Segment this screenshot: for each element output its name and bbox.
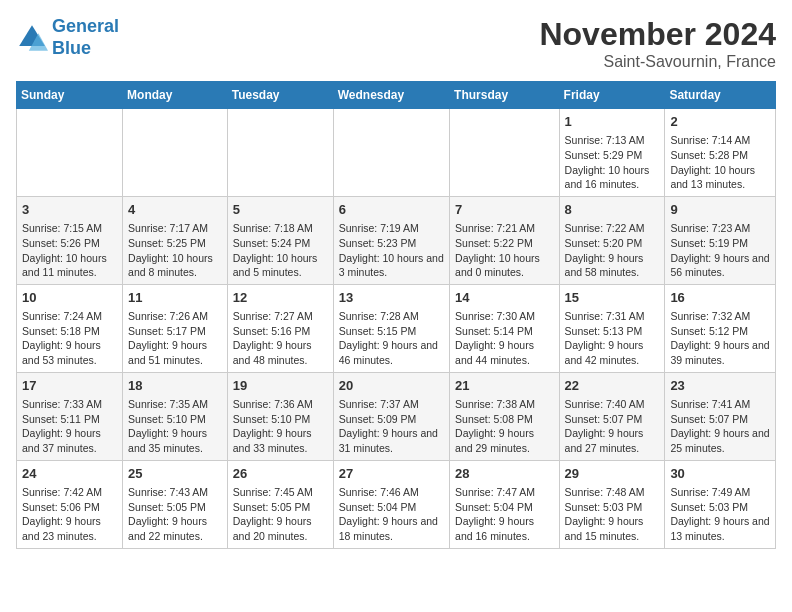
day-number: 25 (128, 465, 222, 483)
calendar-week-2: 3Sunrise: 7:15 AM Sunset: 5:26 PM Daylig… (17, 196, 776, 284)
day-info: Sunrise: 7:14 AM Sunset: 5:28 PM Dayligh… (670, 133, 770, 192)
day-number: 11 (128, 289, 222, 307)
calendar-cell: 5Sunrise: 7:18 AM Sunset: 5:24 PM Daylig… (227, 196, 333, 284)
day-info: Sunrise: 7:37 AM Sunset: 5:09 PM Dayligh… (339, 397, 444, 456)
day-number: 21 (455, 377, 553, 395)
calendar-header-row: SundayMondayTuesdayWednesdayThursdayFrid… (17, 82, 776, 109)
weekday-header-saturday: Saturday (665, 82, 776, 109)
day-number: 4 (128, 201, 222, 219)
month-title: November 2024 (539, 16, 776, 53)
calendar-cell: 6Sunrise: 7:19 AM Sunset: 5:23 PM Daylig… (333, 196, 449, 284)
day-number: 29 (565, 465, 660, 483)
calendar-week-5: 24Sunrise: 7:42 AM Sunset: 5:06 PM Dayli… (17, 460, 776, 548)
day-number: 13 (339, 289, 444, 307)
day-number: 26 (233, 465, 328, 483)
day-info: Sunrise: 7:22 AM Sunset: 5:20 PM Dayligh… (565, 221, 660, 280)
day-info: Sunrise: 7:41 AM Sunset: 5:07 PM Dayligh… (670, 397, 770, 456)
day-number: 16 (670, 289, 770, 307)
day-number: 24 (22, 465, 117, 483)
calendar-cell: 12Sunrise: 7:27 AM Sunset: 5:16 PM Dayli… (227, 284, 333, 372)
weekday-header-thursday: Thursday (450, 82, 559, 109)
day-info: Sunrise: 7:43 AM Sunset: 5:05 PM Dayligh… (128, 485, 222, 544)
calendar-cell: 11Sunrise: 7:26 AM Sunset: 5:17 PM Dayli… (123, 284, 228, 372)
calendar-cell: 22Sunrise: 7:40 AM Sunset: 5:07 PM Dayli… (559, 372, 665, 460)
calendar-cell: 21Sunrise: 7:38 AM Sunset: 5:08 PM Dayli… (450, 372, 559, 460)
day-number: 5 (233, 201, 328, 219)
day-number: 2 (670, 113, 770, 131)
location-title: Saint-Savournin, France (539, 53, 776, 71)
day-number: 20 (339, 377, 444, 395)
day-info: Sunrise: 7:28 AM Sunset: 5:15 PM Dayligh… (339, 309, 444, 368)
calendar-cell: 25Sunrise: 7:43 AM Sunset: 5:05 PM Dayli… (123, 460, 228, 548)
logo-line2: Blue (52, 38, 91, 58)
day-number: 23 (670, 377, 770, 395)
logo-line1: General (52, 16, 119, 36)
calendar-cell: 4Sunrise: 7:17 AM Sunset: 5:25 PM Daylig… (123, 196, 228, 284)
calendar-cell: 17Sunrise: 7:33 AM Sunset: 5:11 PM Dayli… (17, 372, 123, 460)
weekday-header-tuesday: Tuesday (227, 82, 333, 109)
calendar-cell: 16Sunrise: 7:32 AM Sunset: 5:12 PM Dayli… (665, 284, 776, 372)
day-info: Sunrise: 7:31 AM Sunset: 5:13 PM Dayligh… (565, 309, 660, 368)
calendar-cell: 29Sunrise: 7:48 AM Sunset: 5:03 PM Dayli… (559, 460, 665, 548)
weekday-header-sunday: Sunday (17, 82, 123, 109)
calendar-cell: 20Sunrise: 7:37 AM Sunset: 5:09 PM Dayli… (333, 372, 449, 460)
day-info: Sunrise: 7:47 AM Sunset: 5:04 PM Dayligh… (455, 485, 553, 544)
calendar-cell: 15Sunrise: 7:31 AM Sunset: 5:13 PM Dayli… (559, 284, 665, 372)
day-info: Sunrise: 7:33 AM Sunset: 5:11 PM Dayligh… (22, 397, 117, 456)
day-info: Sunrise: 7:36 AM Sunset: 5:10 PM Dayligh… (233, 397, 328, 456)
weekday-header-wednesday: Wednesday (333, 82, 449, 109)
calendar-week-3: 10Sunrise: 7:24 AM Sunset: 5:18 PM Dayli… (17, 284, 776, 372)
calendar-cell: 2Sunrise: 7:14 AM Sunset: 5:28 PM Daylig… (665, 109, 776, 197)
day-info: Sunrise: 7:17 AM Sunset: 5:25 PM Dayligh… (128, 221, 222, 280)
day-info: Sunrise: 7:40 AM Sunset: 5:07 PM Dayligh… (565, 397, 660, 456)
day-number: 22 (565, 377, 660, 395)
calendar-cell: 18Sunrise: 7:35 AM Sunset: 5:10 PM Dayli… (123, 372, 228, 460)
day-number: 14 (455, 289, 553, 307)
weekday-header-friday: Friday (559, 82, 665, 109)
calendar-cell: 23Sunrise: 7:41 AM Sunset: 5:07 PM Dayli… (665, 372, 776, 460)
calendar-week-4: 17Sunrise: 7:33 AM Sunset: 5:11 PM Dayli… (17, 372, 776, 460)
calendar-cell (333, 109, 449, 197)
calendar-cell: 9Sunrise: 7:23 AM Sunset: 5:19 PM Daylig… (665, 196, 776, 284)
day-info: Sunrise: 7:26 AM Sunset: 5:17 PM Dayligh… (128, 309, 222, 368)
calendar-cell: 24Sunrise: 7:42 AM Sunset: 5:06 PM Dayli… (17, 460, 123, 548)
day-number: 28 (455, 465, 553, 483)
calendar-week-1: 1Sunrise: 7:13 AM Sunset: 5:29 PM Daylig… (17, 109, 776, 197)
calendar-cell (17, 109, 123, 197)
day-info: Sunrise: 7:19 AM Sunset: 5:23 PM Dayligh… (339, 221, 444, 280)
day-number: 10 (22, 289, 117, 307)
day-number: 1 (565, 113, 660, 131)
calendar-cell: 26Sunrise: 7:45 AM Sunset: 5:05 PM Dayli… (227, 460, 333, 548)
day-info: Sunrise: 7:42 AM Sunset: 5:06 PM Dayligh… (22, 485, 117, 544)
calendar-cell: 14Sunrise: 7:30 AM Sunset: 5:14 PM Dayli… (450, 284, 559, 372)
calendar-cell: 8Sunrise: 7:22 AM Sunset: 5:20 PM Daylig… (559, 196, 665, 284)
day-number: 3 (22, 201, 117, 219)
day-info: Sunrise: 7:46 AM Sunset: 5:04 PM Dayligh… (339, 485, 444, 544)
day-info: Sunrise: 7:30 AM Sunset: 5:14 PM Dayligh… (455, 309, 553, 368)
calendar-cell: 19Sunrise: 7:36 AM Sunset: 5:10 PM Dayli… (227, 372, 333, 460)
day-info: Sunrise: 7:18 AM Sunset: 5:24 PM Dayligh… (233, 221, 328, 280)
day-info: Sunrise: 7:21 AM Sunset: 5:22 PM Dayligh… (455, 221, 553, 280)
day-number: 15 (565, 289, 660, 307)
day-number: 27 (339, 465, 444, 483)
calendar-cell (450, 109, 559, 197)
calendar-table: SundayMondayTuesdayWednesdayThursdayFrid… (16, 81, 776, 549)
calendar-cell: 3Sunrise: 7:15 AM Sunset: 5:26 PM Daylig… (17, 196, 123, 284)
day-info: Sunrise: 7:23 AM Sunset: 5:19 PM Dayligh… (670, 221, 770, 280)
day-info: Sunrise: 7:15 AM Sunset: 5:26 PM Dayligh… (22, 221, 117, 280)
day-number: 19 (233, 377, 328, 395)
calendar-cell (123, 109, 228, 197)
day-number: 7 (455, 201, 553, 219)
weekday-header-monday: Monday (123, 82, 228, 109)
logo-text: General Blue (52, 16, 119, 59)
day-number: 8 (565, 201, 660, 219)
day-info: Sunrise: 7:24 AM Sunset: 5:18 PM Dayligh… (22, 309, 117, 368)
logo: General Blue (16, 16, 119, 59)
day-info: Sunrise: 7:49 AM Sunset: 5:03 PM Dayligh… (670, 485, 770, 544)
day-info: Sunrise: 7:48 AM Sunset: 5:03 PM Dayligh… (565, 485, 660, 544)
calendar-cell: 27Sunrise: 7:46 AM Sunset: 5:04 PM Dayli… (333, 460, 449, 548)
day-info: Sunrise: 7:32 AM Sunset: 5:12 PM Dayligh… (670, 309, 770, 368)
title-block: November 2024 Saint-Savournin, France (539, 16, 776, 71)
day-number: 6 (339, 201, 444, 219)
calendar-cell: 30Sunrise: 7:49 AM Sunset: 5:03 PM Dayli… (665, 460, 776, 548)
